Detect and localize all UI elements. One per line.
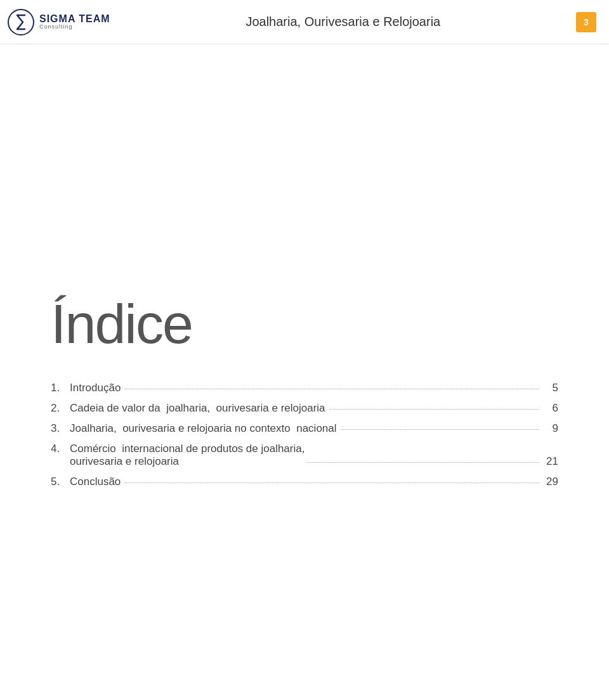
toc-dots-5 bbox=[124, 483, 539, 483]
toc-label-5: Conclusão bbox=[70, 476, 121, 488]
toc-text-3: Joalharia, ourivesaria e relojoaria no c… bbox=[70, 422, 558, 435]
index-title-area: Índice bbox=[51, 292, 558, 356]
page-number-badge: 3 bbox=[576, 12, 596, 32]
toc-multiline-content-4: Comércio internacional de produtos de jo… bbox=[70, 443, 558, 468]
toc-page-3: 9 bbox=[543, 422, 558, 435]
logo-main-text: SIGMA TEAM bbox=[39, 13, 110, 25]
page-header: SIGMA TEAM Consulting Joalharia, Ourives… bbox=[0, 0, 609, 44]
logo-area: SIGMA TEAM Consulting bbox=[8, 9, 110, 36]
toc-number-4: 4. bbox=[51, 443, 70, 455]
logo-sub-text: Consulting bbox=[39, 24, 110, 30]
toc-item-4: 4. Comércio internacional de produtos de… bbox=[51, 443, 558, 468]
toc-dots-3 bbox=[341, 429, 539, 430]
document-title: Joalharia, Ourivesaria e Relojoaria bbox=[110, 15, 576, 29]
logo-text: SIGMA TEAM Consulting bbox=[39, 13, 110, 30]
toc-page-5: 29 bbox=[543, 476, 558, 488]
toc-label-1: Introdução bbox=[70, 382, 121, 394]
toc-page-1: 5 bbox=[543, 382, 558, 394]
toc-text-1: Introdução 5 bbox=[70, 382, 558, 394]
index-title: Índice bbox=[51, 292, 558, 356]
toc-number-3: 3. bbox=[51, 422, 70, 435]
toc-label-3: Joalharia, ourivesaria e relojoaria no c… bbox=[70, 422, 337, 435]
toc-page-2: 6 bbox=[543, 402, 558, 415]
toc-item-2: 2. Cadeia de valor da joalharia, ourives… bbox=[51, 402, 558, 415]
toc-item-5: 5. Conclusão 29 bbox=[51, 476, 558, 488]
toc-text-2: Cadeia de valor da joalharia, ourivesari… bbox=[70, 402, 558, 415]
toc-multiline-row-4a: Comércio internacional de produtos de jo… bbox=[70, 443, 558, 455]
sigma-team-logo-icon bbox=[8, 9, 34, 36]
toc-dots-4 bbox=[306, 462, 539, 463]
table-of-contents: 1. Introdução 5 2. Cadeia de valor da jo… bbox=[51, 382, 558, 488]
toc-dots-2 bbox=[329, 409, 539, 410]
toc-text-5: Conclusão 29 bbox=[70, 476, 558, 488]
toc-number-5: 5. bbox=[51, 476, 70, 488]
toc-label-4b: ourivesaria e relojoaria bbox=[70, 455, 303, 468]
svg-point-0 bbox=[8, 10, 34, 35]
toc-number-1: 1. bbox=[51, 382, 70, 394]
toc-page-4: 21 bbox=[543, 455, 558, 468]
toc-item-3: 3. Joalharia, ourivesaria e relojoaria n… bbox=[51, 422, 558, 435]
toc-item-1: 1. Introdução 5 bbox=[51, 382, 558, 394]
toc-label-4a: Comércio internacional de produtos de jo… bbox=[70, 443, 558, 455]
toc-label-2: Cadeia de valor da joalharia, ourivesari… bbox=[70, 402, 325, 415]
toc-dots-1 bbox=[124, 389, 539, 389]
toc-number-2: 2. bbox=[51, 402, 70, 415]
main-content: Índice 1. Introdução 5 2. Cadeia de valo… bbox=[0, 292, 609, 488]
toc-multiline-row-4b: ourivesaria e relojoaria 21 bbox=[70, 455, 558, 468]
